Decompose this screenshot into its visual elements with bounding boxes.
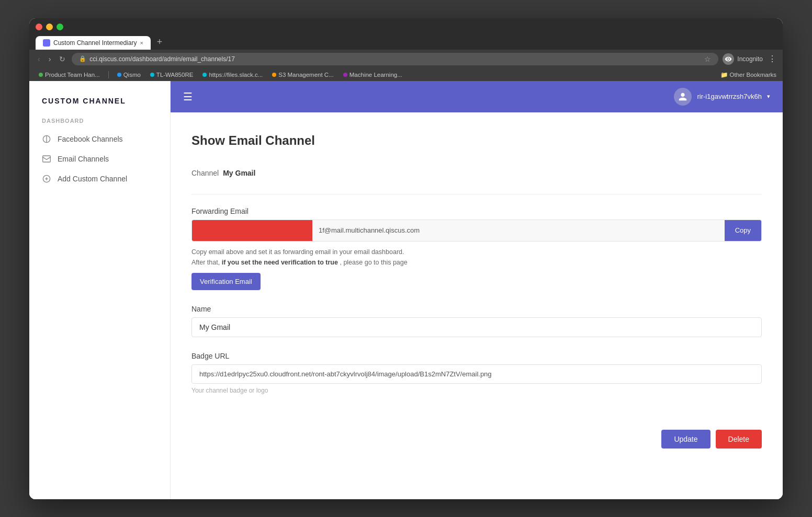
bookmark-label: Machine Learning... — [349, 72, 402, 78]
bookmark-slack[interactable]: https://files.slack.c... — [199, 71, 266, 79]
sidebar-logo: CUSTOM CHANNEL — [29, 97, 170, 118]
badge-helper-text: Your channel badge or logo — [191, 387, 762, 394]
user-menu-chevron-icon: ▾ — [767, 93, 770, 100]
bookmark-dot-icon — [343, 73, 347, 77]
active-tab[interactable]: Custom Channel Intermediary × — [36, 36, 151, 50]
sidebar-item-label: Facebook Channels — [58, 135, 123, 143]
bookmark-dot-icon — [272, 73, 276, 77]
other-bookmarks-label: Other Bookmarks — [730, 72, 776, 78]
forward-button[interactable]: › — [47, 54, 53, 64]
incognito-icon — [723, 53, 734, 65]
helper-text: Copy email above and set it as forwardin… — [191, 247, 762, 268]
badge-url-value: https://d1edrlpyc25xu0.cloudfront.net/ro… — [191, 364, 762, 384]
browser-chrome: Custom Channel Intermediary × + — [29, 18, 783, 50]
update-button[interactable]: Update — [661, 430, 710, 449]
lock-icon: 🔒 — [79, 55, 86, 62]
name-section: Name — [191, 305, 762, 337]
sidebar-section-label: DASHBOARD — [29, 118, 170, 129]
email-suffix: 1f@mail.multichannel.qiscus.com — [312, 220, 725, 241]
bookmark-label: TL-WA850RE — [156, 72, 194, 78]
helper-line2-suffix: , please go to this page — [340, 259, 407, 266]
bookmark-label: Product Team Han... — [45, 72, 100, 78]
user-avatar — [674, 88, 692, 106]
incognito-label: Incognito — [737, 55, 763, 63]
bookmark-label: https://files.slack.c... — [209, 72, 263, 78]
bookmarks-bar: Product Team Han... Qismo TL-WA850RE htt… — [29, 68, 783, 81]
back-button[interactable]: ‹ — [36, 54, 42, 64]
bookmark-qismo[interactable]: Qismo — [114, 71, 144, 79]
user-name-label: rir-i1gavwtrrzsh7vk6h — [697, 93, 762, 100]
forwarding-email-field: 1f@mail.multichannel.qiscus.com Copy — [191, 220, 762, 242]
bookmark-ml[interactable]: Machine Learning... — [340, 71, 405, 79]
new-tab-button[interactable]: + — [152, 35, 168, 50]
name-input[interactable] — [191, 317, 762, 337]
address-bar: ‹ › ↻ 🔒 cci.qiscus.com/dashboard/admin/e… — [29, 50, 783, 68]
tab-favicon — [43, 39, 50, 47]
tab-bar: Custom Channel Intermediary × + — [36, 35, 776, 50]
verification-email-button[interactable]: Verification Email — [191, 273, 261, 290]
bookmark-s3[interactable]: S3 Management C... — [269, 71, 336, 79]
sidebar-item-email[interactable]: Email Channels — [29, 149, 170, 169]
badge-url-section: Badge URL https://d1edrlpyc25xu0.cloudfr… — [191, 352, 762, 394]
top-bar: ☰ rir-i1gavwtrrzsh7vk6h ▾ — [171, 81, 783, 112]
bookmark-dot-icon — [39, 73, 43, 77]
tab-close-button[interactable]: × — [140, 40, 143, 46]
forwarding-email-section: Forwarding Email 1f@mail.multichannel.qi… — [191, 207, 762, 290]
incognito-area: Incognito ⋮ — [723, 53, 776, 65]
channel-row: Channel My Gmail — [191, 169, 762, 177]
bookmark-dot-icon — [150, 73, 154, 77]
copy-button[interactable]: Copy — [725, 220, 761, 241]
page-title: Show Email Channel — [191, 133, 762, 148]
main-content: Show Email Channel Channel My Gmail Forw… — [171, 112, 783, 499]
refresh-button[interactable]: ↻ — [57, 54, 67, 64]
user-menu[interactable]: rir-i1gavwtrrzsh7vk6h ▾ — [674, 88, 770, 106]
browser-menu-button[interactable]: ⋮ — [768, 54, 776, 64]
helper-line2-bold: if you set the need verification to true — [222, 259, 338, 266]
channel-label: Channel — [191, 169, 219, 177]
channel-value: My Gmail — [223, 169, 255, 177]
section-divider — [191, 194, 762, 194]
forwarding-email-label: Forwarding Email — [191, 207, 762, 215]
action-row: Update Delete — [191, 419, 762, 449]
redacted-email-part — [192, 220, 312, 241]
maximize-button[interactable] — [57, 24, 63, 30]
browser-window: Custom Channel Intermediary × + ‹ › ↻ 🔒 … — [29, 18, 783, 499]
other-bookmarks-icon: 📁 — [720, 71, 728, 78]
helper-line2-prefix: After that, — [191, 259, 220, 266]
hamburger-icon[interactable]: ☰ — [183, 90, 193, 103]
bookmark-divider — [108, 71, 109, 78]
delete-button[interactable]: Delete — [716, 430, 762, 449]
badge-url-label: Badge URL — [191, 352, 762, 360]
email-icon — [42, 154, 51, 164]
sidebar-item-facebook[interactable]: Facebook Channels — [29, 129, 170, 149]
url-text: cci.qiscus.com/dashboard/admin/email_cha… — [89, 55, 234, 63]
facebook-icon — [42, 134, 51, 144]
add-icon — [42, 174, 51, 183]
sidebar-item-label: Email Channels — [58, 155, 109, 163]
helper-line2: After that, if you set the need verifica… — [191, 257, 762, 268]
minimize-button[interactable] — [46, 24, 53, 30]
tab-title: Custom Channel Intermediary — [53, 39, 137, 47]
sidebar: CUSTOM CHANNEL DASHBOARD Facebook Channe… — [29, 81, 171, 499]
bookmark-product-team[interactable]: Product Team Han... — [36, 71, 103, 79]
bookmark-label: Qismo — [123, 72, 141, 78]
helper-line1: Copy email above and set it as forwardin… — [191, 247, 762, 257]
sidebar-item-label: Add Custom Channel — [58, 175, 127, 183]
content-panel: ☰ rir-i1gavwtrrzsh7vk6h ▾ Show Email Cha… — [171, 81, 783, 499]
bookmark-tl[interactable]: TL-WA850RE — [147, 71, 197, 79]
sidebar-item-add-custom[interactable]: Add Custom Channel — [29, 169, 170, 189]
svg-rect-2 — [43, 156, 51, 162]
other-bookmarks[interactable]: 📁 Other Bookmarks — [720, 71, 776, 78]
name-label: Name — [191, 305, 762, 313]
traffic-lights — [36, 24, 776, 30]
app-container: CUSTOM CHANNEL DASHBOARD Facebook Channe… — [29, 81, 783, 499]
bookmark-dot-icon — [202, 73, 207, 77]
bookmark-label: S3 Management C... — [278, 72, 333, 78]
bookmark-dot-icon — [117, 73, 121, 77]
url-bar[interactable]: 🔒 cci.qiscus.com/dashboard/admin/email_c… — [72, 53, 718, 65]
bookmark-icon[interactable]: ☆ — [704, 55, 711, 63]
close-button[interactable] — [36, 24, 42, 30]
